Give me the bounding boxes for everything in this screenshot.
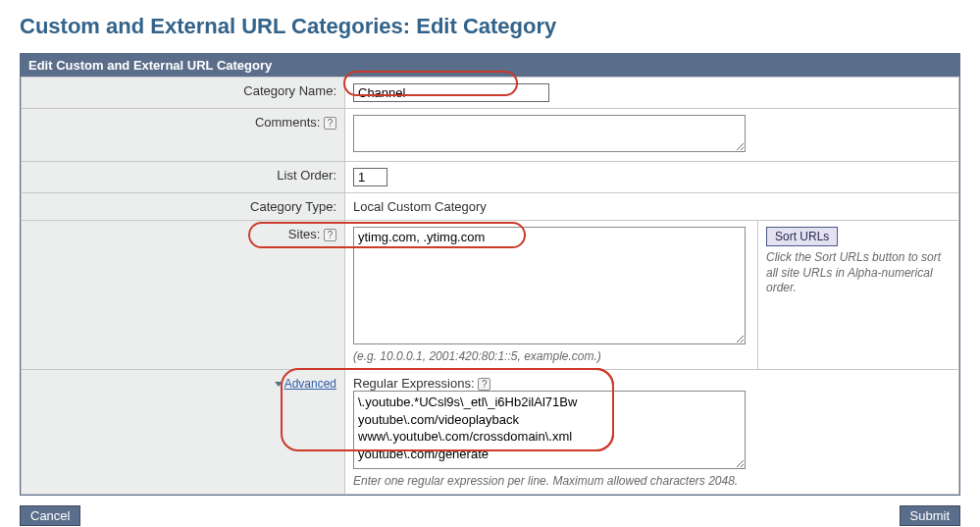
- category-type-label: Category Type:: [22, 193, 345, 221]
- regex-input[interactable]: [353, 391, 746, 469]
- sort-urls-hint: Click the Sort URLs button to sort all s…: [766, 250, 951, 296]
- regex-hint: Enter one regular expression per line. M…: [353, 474, 951, 488]
- category-type-value: Local Custom Category: [345, 193, 959, 221]
- regex-label: Regular Expressions:: [353, 376, 475, 391]
- page-title: Custom and External URL Categories: Edit…: [20, 14, 960, 39]
- help-icon[interactable]: ?: [324, 117, 336, 130]
- help-icon[interactable]: ?: [324, 229, 336, 241]
- list-order-input[interactable]: [353, 168, 387, 186]
- list-order-label: List Order:: [22, 162, 345, 193]
- comments-input[interactable]: [353, 115, 746, 152]
- sites-example-hint: (e.g. 10.0.0.1, 2001:420:80:1::5, exampl…: [353, 349, 749, 363]
- advanced-label-cell: Advanced: [22, 370, 345, 495]
- chevron-down-icon: [275, 382, 283, 387]
- panel-header: Edit Custom and External URL Category: [21, 54, 959, 77]
- submit-button[interactable]: Submit: [900, 505, 960, 526]
- comments-label: Comments: ?: [22, 109, 345, 162]
- button-row: Cancel Submit: [20, 505, 960, 526]
- sites-input[interactable]: [353, 227, 746, 344]
- sort-urls-button[interactable]: Sort URLs: [766, 227, 838, 246]
- sites-label: Sites:: [288, 227, 321, 241]
- category-name-input[interactable]: [353, 83, 549, 102]
- help-icon[interactable]: ?: [478, 378, 490, 391]
- sites-label-cell: Sites: ?: [22, 221, 345, 370]
- cancel-button[interactable]: Cancel: [20, 505, 80, 526]
- advanced-toggle[interactable]: Advanced: [284, 377, 336, 391]
- form-table: Category Name: Comments: ? List Order:: [21, 77, 959, 495]
- category-name-label: Category Name:: [22, 78, 345, 109]
- edit-category-panel: Edit Custom and External URL Category Ca…: [20, 53, 960, 496]
